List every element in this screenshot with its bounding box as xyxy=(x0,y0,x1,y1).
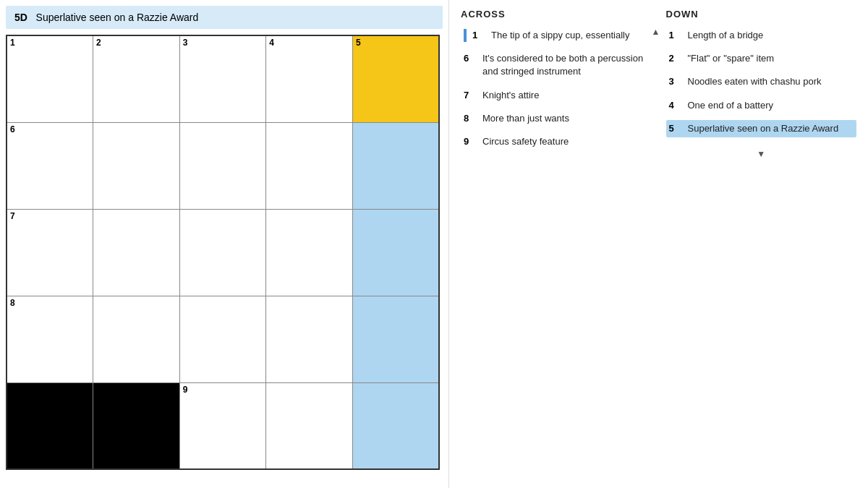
cell-r1-c4[interactable] xyxy=(352,122,439,209)
down-clue-3[interactable]: 3Noodles eaten with chashu pork xyxy=(666,73,857,90)
down-clue-num-3: 3 xyxy=(669,75,684,88)
down-clue-num-4: 4 xyxy=(669,99,684,112)
clues-panel: ACROSS ▲ 1The tip of a sippy cup, essent… xyxy=(448,0,868,488)
cell-r1-c3[interactable] xyxy=(266,122,353,209)
across-title: ACROSS xyxy=(461,9,652,20)
down-clue-text-2: "Flat" or "spare" item xyxy=(688,52,775,65)
cell-number-9: 9 xyxy=(183,385,188,394)
cell-number-6: 6 xyxy=(10,125,15,134)
down-clue-num-2: 2 xyxy=(669,52,684,65)
cell-r4-c4[interactable] xyxy=(352,382,439,469)
grid-container: 123456789 xyxy=(6,35,440,470)
active-clue-text: Superlative seen on a Razzie Award xyxy=(36,12,199,23)
down-clue-4[interactable]: 4One end of a battery xyxy=(666,97,857,114)
across-clues-list: 1The tip of a sippy cup, essentially6It'… xyxy=(461,27,652,156)
cell-r3-c1[interactable] xyxy=(93,296,180,382)
scroll-down-arrow[interactable]: ▼ xyxy=(666,149,857,159)
across-clue-text-6: It's considered to be both a percussion … xyxy=(482,52,649,78)
cell-r2-c0[interactable]: 7 xyxy=(7,209,93,296)
cell-r4-c3[interactable] xyxy=(266,382,353,469)
crossword-grid[interactable]: 123456789 xyxy=(6,35,440,470)
cell-r3-c3[interactable] xyxy=(266,296,353,382)
cell-r3-c2[interactable] xyxy=(179,296,266,382)
cell-r1-c0[interactable]: 6 xyxy=(7,122,93,209)
down-clues-list: 1Length of a bridge2"Flat" or "spare" it… xyxy=(666,27,857,143)
down-clue-5[interactable]: 5Superlative seen on a Razzie Award xyxy=(666,120,857,137)
across-clue-num-9: 9 xyxy=(464,135,478,148)
cell-r3-c4[interactable] xyxy=(352,296,439,382)
across-clue-text-1: The tip of a sippy cup, essentially xyxy=(491,29,630,42)
active-clue-header: 5D Superlative seen on a Razzie Award xyxy=(6,6,443,29)
cell-r0-c4[interactable]: 5 xyxy=(352,35,439,122)
across-clue-7[interactable]: 7Knight's attire xyxy=(461,87,652,104)
cell-number-7: 7 xyxy=(10,212,15,221)
down-clue-text-3: Noodles eaten with chashu pork xyxy=(688,75,822,88)
across-clue-num-7: 7 xyxy=(464,89,478,102)
across-clue-num-8: 8 xyxy=(464,112,478,125)
cell-r3-c0[interactable]: 8 xyxy=(7,296,93,382)
cell-r1-c2[interactable] xyxy=(179,122,266,209)
scroll-up-arrow[interactable]: ▲ xyxy=(652,27,660,37)
across-clue-text-9: Circus safety feature xyxy=(482,135,569,148)
across-clue-num-1: 1 xyxy=(472,29,487,42)
down-clue-text-4: One end of a battery xyxy=(688,99,774,112)
cell-r0-c3[interactable]: 4 xyxy=(266,35,353,122)
cell-r4-c0[interactable] xyxy=(7,382,93,469)
cell-r2-c4[interactable] xyxy=(352,209,439,296)
cell-number-5: 5 xyxy=(356,38,361,47)
cell-r2-c2[interactable] xyxy=(179,209,266,296)
down-clue-text-5: Superlative seen on a Razzie Award xyxy=(688,122,839,135)
across-clue-text-8: More than just wants xyxy=(482,112,569,125)
cell-number-8: 8 xyxy=(10,299,15,307)
across-column: ACROSS ▲ 1The tip of a sippy cup, essent… xyxy=(461,9,652,479)
cell-r2-c3[interactable] xyxy=(266,209,353,296)
down-clue-2[interactable]: 2"Flat" or "spare" item xyxy=(666,50,857,67)
cell-number-2: 2 xyxy=(96,38,101,47)
down-clue-1[interactable]: 1Length of a bridge xyxy=(666,27,857,44)
down-column: DOWN 1Length of a bridge2"Flat" or "spar… xyxy=(666,9,857,479)
cell-r1-c1[interactable] xyxy=(93,122,180,209)
cell-number-3: 3 xyxy=(183,38,188,47)
across-clue-1[interactable]: 1The tip of a sippy cup, essentially xyxy=(461,27,652,44)
across-clue-num-6: 6 xyxy=(464,52,478,78)
crossword-panel: 5D Superlative seen on a Razzie Award 12… xyxy=(0,0,448,488)
cell-r4-c1[interactable] xyxy=(93,382,180,469)
cell-number-1: 1 xyxy=(10,38,15,47)
cell-number-4: 4 xyxy=(269,38,274,47)
across-clue-8[interactable]: 8More than just wants xyxy=(461,110,652,127)
cell-r0-c0[interactable]: 1 xyxy=(7,35,93,122)
cell-r4-c2[interactable]: 9 xyxy=(179,382,266,469)
across-clue-9[interactable]: 9Circus safety feature xyxy=(461,133,652,150)
cell-r0-c2[interactable]: 3 xyxy=(179,35,266,122)
cell-r0-c1[interactable]: 2 xyxy=(93,35,180,122)
down-clue-num-5: 5 xyxy=(669,122,684,135)
across-clue-text-7: Knight's attire xyxy=(482,89,539,102)
down-title: DOWN xyxy=(666,9,857,20)
active-clue-number: 5D xyxy=(14,12,27,23)
down-clue-text-1: Length of a bridge xyxy=(688,29,764,42)
down-clue-num-1: 1 xyxy=(669,29,684,42)
cell-r2-c1[interactable] xyxy=(93,209,180,296)
across-clue-6[interactable]: 6It's considered to be both a percussion… xyxy=(461,50,652,80)
active-indicator-bar xyxy=(464,29,467,42)
